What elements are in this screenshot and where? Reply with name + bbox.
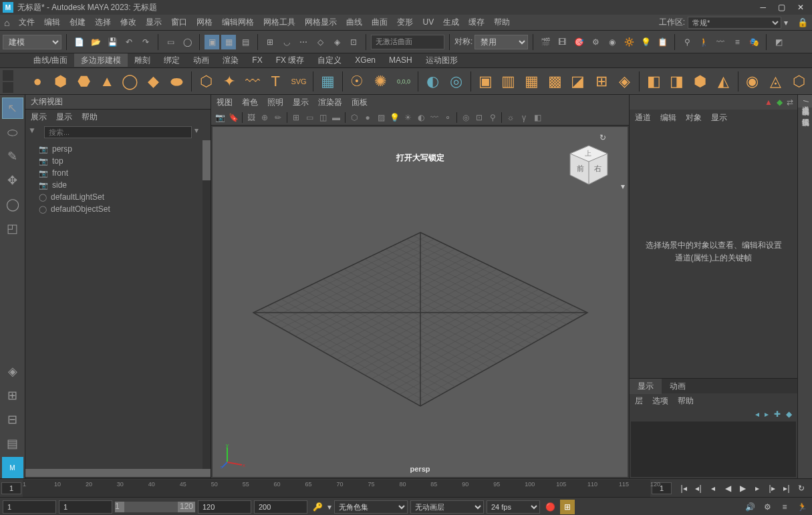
wireframe-icon[interactable]: ⬡: [348, 112, 360, 124]
menu-9[interactable]: 网格工具: [263, 17, 295, 27]
viewport-menu-2[interactable]: 照明: [267, 97, 283, 108]
triangulate-icon[interactable]: ◭: [713, 71, 734, 92]
exposure-icon[interactable]: ☼: [505, 112, 517, 124]
hypershade-icon[interactable]: 🔆: [622, 35, 636, 49]
poly-superellipse-icon[interactable]: ✦: [219, 71, 239, 92]
gamma-icon[interactable]: γ: [518, 112, 530, 124]
shelf-tab-5[interactable]: 渲染: [216, 53, 245, 67]
loop-icon[interactable]: ↻: [795, 482, 808, 495]
quick-rig-icon[interactable]: 🎭: [747, 35, 761, 49]
last-tool[interactable]: ◈: [2, 361, 23, 382]
viewport-menu-3[interactable]: 显示: [293, 97, 309, 108]
layer-new-icon[interactable]: ◆: [786, 409, 792, 419]
snap-view-icon[interactable]: ⊡: [346, 35, 361, 49]
grid-icon[interactable]: ⊞: [290, 112, 302, 124]
time-editor-icon[interactable]: ≡: [730, 35, 745, 49]
grease-pencil-icon[interactable]: ✏: [272, 112, 284, 124]
outliner-node-front[interactable]: 📷front: [25, 167, 211, 179]
svg-icon[interactable]: SVG: [289, 71, 309, 92]
menu-13[interactable]: 变形: [397, 17, 413, 27]
go-start-icon[interactable]: |◂: [677, 482, 690, 495]
motion-blur-icon[interactable]: 〰: [428, 112, 440, 124]
shelf-tab-10[interactable]: MASH: [382, 53, 419, 67]
play-back-icon[interactable]: ◀: [721, 482, 734, 495]
outliner-search-input[interactable]: [44, 126, 192, 138]
render-sequence-icon[interactable]: ◉: [605, 35, 620, 49]
layer-move-up-icon[interactable]: ◂: [755, 409, 759, 419]
isolate-icon[interactable]: ◎: [460, 112, 472, 124]
poly-plane-icon[interactable]: ◆: [143, 71, 164, 92]
step-forward-key-icon[interactable]: |▸: [765, 482, 779, 495]
channel-link-icon[interactable]: ⇄: [787, 98, 793, 107]
render-settings-icon[interactable]: ⚙: [588, 35, 603, 49]
shelf-tab-0[interactable]: 曲线/曲面: [27, 53, 74, 67]
layer-add-icon[interactable]: ✚: [774, 409, 781, 419]
layer-menu-2[interactable]: 帮助: [678, 395, 694, 407]
outliner-node-defaultObjectSet[interactable]: ◯defaultObjectSet: [25, 203, 211, 215]
range-in-field[interactable]: [59, 500, 112, 514]
shelf-tab-6[interactable]: FX: [245, 53, 269, 67]
outliner-menu-2[interactable]: 帮助: [82, 112, 98, 123]
key-menu-icon[interactable]: ▾: [327, 502, 331, 512]
pref-toggle-icon[interactable]: ⊞: [560, 500, 575, 514]
sculpt-icon[interactable]: ◉: [742, 71, 763, 92]
image-plane-icon[interactable]: 🖼: [245, 112, 257, 124]
light-editor-icon[interactable]: 💡: [638, 35, 653, 49]
select-hierarchy-icon[interactable]: ▤: [238, 35, 253, 49]
home-icon[interactable]: ⌂: [4, 17, 9, 28]
outliner-node-defaultLightSet[interactable]: ◯defaultLightSet: [25, 191, 211, 203]
poly-platonic-icon[interactable]: ⬡: [196, 71, 217, 92]
redo-icon[interactable]: ↷: [138, 35, 153, 49]
range-slider-in-handle[interactable]: 1: [115, 502, 124, 512]
step-back-key-icon[interactable]: ◂|: [692, 482, 705, 495]
view-cube[interactable]: ↻ 前 右 上: [562, 134, 616, 194]
soft-select-icon[interactable]: ☉: [347, 71, 368, 92]
minimize-button[interactable]: ─: [760, 3, 766, 12]
snap-point-icon[interactable]: ⋯: [296, 35, 311, 49]
range-slider-out-handle[interactable]: 120: [178, 502, 195, 512]
outliner-menu-0[interactable]: 展示: [31, 112, 47, 123]
menu-4[interactable]: 修改: [120, 17, 136, 27]
ipr-icon[interactable]: 🎯: [571, 35, 586, 49]
use-lights-icon[interactable]: 💡: [388, 112, 400, 124]
layout-four-icon[interactable]: ⊟: [2, 409, 23, 430]
view-transform-icon[interactable]: ◧: [531, 112, 543, 124]
filter-icon[interactable]: ▼: [28, 126, 41, 139]
menu-11[interactable]: 曲线: [346, 17, 362, 27]
poly-cube-icon[interactable]: ⬢: [50, 71, 71, 92]
maximize-button[interactable]: ▢: [778, 3, 785, 12]
script-editor-icon[interactable]: ≡: [777, 500, 792, 514]
menu-10[interactable]: 网格显示: [305, 17, 337, 27]
menu-15[interactable]: 生成: [443, 17, 459, 27]
camera-select-icon[interactable]: 📷: [214, 112, 226, 124]
2d-pan-icon[interactable]: ⊕: [259, 112, 271, 124]
snap-grid-icon[interactable]: ⊞: [263, 35, 277, 49]
menu-12[interactable]: 曲面: [372, 17, 388, 27]
poly-disc-icon[interactable]: ⬬: [166, 71, 187, 92]
snap-plane-icon[interactable]: ◇: [313, 35, 327, 49]
paint-select-tool[interactable]: ✎: [2, 146, 23, 167]
poly-helix-icon[interactable]: 〰: [242, 71, 263, 92]
undo-icon[interactable]: ↶: [122, 35, 136, 49]
poly-sphere-icon[interactable]: ●: [27, 71, 48, 92]
bookmark-icon[interactable]: 🔖: [227, 112, 239, 124]
separate-icon[interactable]: ▥: [498, 71, 519, 92]
render-setup-icon[interactable]: 📋: [655, 35, 670, 49]
subdiv-icon[interactable]: ⬢: [690, 71, 710, 92]
channel-tab-2[interactable]: 对象: [686, 112, 702, 124]
shelf-tab-9[interactable]: XGen: [348, 53, 382, 67]
save-scene-icon[interactable]: 💾: [105, 35, 120, 49]
poly-type-icon[interactable]: T: [265, 71, 286, 92]
auto-key-icon[interactable]: 🔴: [543, 500, 557, 514]
viewport-menu-5[interactable]: 面板: [352, 97, 368, 108]
anim-start-field[interactable]: [3, 500, 56, 514]
menu-1[interactable]: 编辑: [44, 17, 60, 27]
charset-select[interactable]: 无角色集: [334, 500, 408, 514]
channel-tab-1[interactable]: 编辑: [660, 112, 676, 124]
close-button[interactable]: ✕: [797, 3, 804, 12]
outliner-scrollbar-h[interactable]: [25, 469, 211, 478]
snap-live-icon[interactable]: ◈: [329, 35, 344, 49]
menu-5[interactable]: 显示: [146, 17, 162, 27]
gate-mask-icon[interactable]: ▬: [330, 112, 342, 124]
layer-tab-0[interactable]: 显示: [630, 379, 662, 394]
